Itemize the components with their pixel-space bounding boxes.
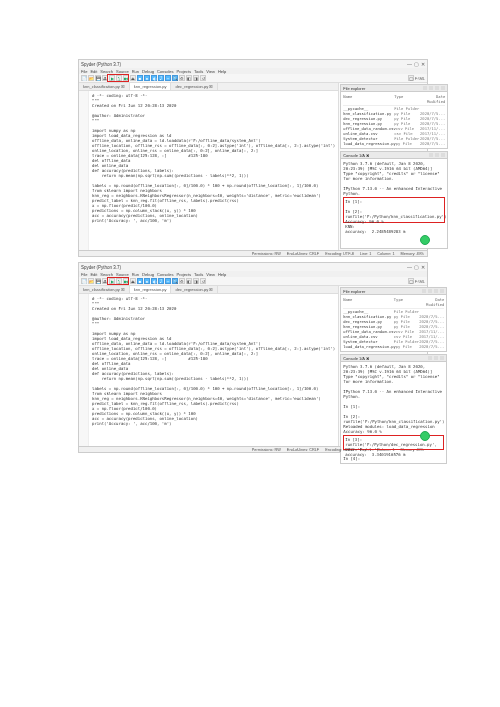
run-selection-icon[interactable]: ⏏	[130, 278, 136, 284]
minimize-icon[interactable]: —	[407, 62, 411, 66]
kite-indicator[interactable]	[420, 235, 430, 245]
menu-file[interactable]: File	[81, 272, 87, 277]
menu-tools[interactable]: Tools	[194, 272, 203, 277]
save-all-icon[interactable]: 🖶	[102, 75, 108, 81]
back-icon[interactable]: ↺	[200, 278, 206, 284]
open-file-icon[interactable]: 📂	[88, 75, 94, 81]
menu-consoles[interactable]: Consoles	[157, 272, 174, 277]
console-menu-icon[interactable]	[440, 356, 444, 360]
menu-source[interactable]: Source	[116, 272, 129, 277]
code-editor[interactable]: # -*- coding: utf-8 -*- """ Created on F…	[89, 294, 338, 446]
tab-dec-regression[interactable]: dec_regression.py ☒	[171, 286, 218, 293]
fe-icon4[interactable]	[441, 86, 445, 90]
console-body[interactable]: Python 3.7.6 (default, Jan 8 2020, 20:23…	[341, 159, 447, 248]
stop-icon[interactable]: 🔍	[172, 278, 178, 284]
open-file-icon[interactable]: 📂	[88, 278, 94, 284]
debug-icon[interactable]: ■	[137, 75, 143, 81]
working-dir[interactable]: F:\ML	[415, 76, 425, 81]
run-cell-advance-icon[interactable]: ⏭	[123, 75, 129, 81]
continue-icon[interactable]: ↔	[165, 278, 171, 284]
menu-view[interactable]: View	[206, 272, 215, 277]
menu-debug[interactable]: Debug	[142, 272, 154, 277]
menu-debug[interactable]: Debug	[142, 69, 154, 74]
new-file-icon[interactable]: 📄	[81, 75, 87, 81]
save-icon[interactable]: 💾	[95, 278, 101, 284]
run-icon[interactable]: ▶	[109, 278, 115, 284]
fe-icon4[interactable]	[440, 289, 444, 293]
step-out-icon[interactable]: ⤴	[158, 278, 164, 284]
console-body[interactable]: Python 3.7.6 (default, Jan 8 2020, 20:23…	[341, 362, 446, 463]
fe-icon1[interactable]	[422, 289, 426, 293]
menu-consoles[interactable]: Consoles	[157, 69, 174, 74]
python-path-icon[interactable]: ◯	[408, 75, 414, 81]
minimize-icon[interactable]: —	[407, 265, 411, 269]
console-stop-icon[interactable]	[434, 356, 438, 360]
step-into-icon[interactable]: ◐	[151, 75, 157, 81]
console-menu-icon[interactable]	[441, 153, 445, 157]
run-cell-icon[interactable]: ⤵	[116, 75, 122, 81]
stop-icon[interactable]: 🔍	[172, 75, 178, 81]
save-all-icon[interactable]: 🖶	[102, 278, 108, 284]
save-icon[interactable]: 💾	[95, 75, 101, 81]
menu-search[interactable]: Search	[100, 272, 113, 277]
layout-icon[interactable]: ◧	[186, 278, 192, 284]
step-out-icon[interactable]: ⤴	[158, 75, 164, 81]
debug-icon[interactable]: ■	[137, 278, 143, 284]
console-opt-icon[interactable]	[428, 356, 432, 360]
step-icon[interactable]: ●	[144, 278, 150, 284]
menu-search[interactable]: Search	[100, 69, 113, 74]
menu-projects[interactable]: Projects	[177, 272, 191, 277]
run-icon[interactable]: ▶	[109, 75, 115, 81]
menu-file[interactable]: File	[81, 69, 87, 74]
menu-source[interactable]: Source	[116, 69, 129, 74]
col-type[interactable]: Type	[394, 94, 420, 104]
fe-icon2[interactable]	[429, 86, 433, 90]
console-stop-icon[interactable]	[435, 153, 439, 157]
menu-run[interactable]: Run	[132, 69, 139, 74]
max-icon[interactable]: ⚙	[179, 75, 185, 81]
fe-icon2[interactable]	[428, 289, 432, 293]
menu-tools[interactable]: Tools	[194, 69, 203, 74]
fe-icon1[interactable]	[423, 86, 427, 90]
continue-icon[interactable]: ↔	[165, 75, 171, 81]
menu-help[interactable]: Help	[218, 69, 226, 74]
step-icon[interactable]: ●	[144, 75, 150, 81]
close-icon[interactable]: ✕	[421, 62, 425, 66]
python-path-icon[interactable]: ◯	[408, 278, 414, 284]
col-type[interactable]: Type	[394, 297, 419, 307]
console-tab[interactable]: Console 1/A ✖	[343, 153, 369, 158]
working-dir[interactable]: F:\ML	[415, 279, 425, 284]
code-editor[interactable]: # -*- coding: utf-8 -*- """ Created on F…	[89, 91, 338, 250]
fe-icon3[interactable]	[434, 289, 438, 293]
col-date[interactable]: Date Modified	[419, 297, 444, 307]
maximize-icon[interactable]: ▢	[414, 265, 418, 269]
console-tab[interactable]: Console 1/A ✖	[343, 356, 369, 361]
run-selection-icon[interactable]: ⏏	[130, 75, 136, 81]
tab-knn-classification[interactable]: knn_classification.py ☒	[79, 83, 130, 90]
run-cell-icon[interactable]: ⤵	[116, 278, 122, 284]
tab-knn-regression[interactable]: knn_regression.py	[130, 286, 172, 293]
fe-icon3[interactable]	[435, 86, 439, 90]
layout2-icon[interactable]: ◨	[193, 75, 199, 81]
menu-edit[interactable]: Edit	[90, 272, 97, 277]
col-name[interactable]: Name	[343, 94, 394, 104]
run-cell-advance-icon[interactable]: ⏭	[123, 278, 129, 284]
tab-dec-regression[interactable]: dec_regression.py ☒	[171, 83, 218, 90]
tab-knn-classification[interactable]: knn_classification.py ☒	[79, 286, 130, 293]
col-name[interactable]: Name	[343, 297, 394, 307]
tab-knn-regression[interactable]: knn_regression.py	[130, 83, 172, 90]
max-icon[interactable]: ⚙	[179, 278, 185, 284]
layout2-icon[interactable]: ◨	[193, 278, 199, 284]
menu-run[interactable]: Run	[132, 272, 139, 277]
close-icon[interactable]: ✕	[421, 265, 425, 269]
menu-projects[interactable]: Projects	[177, 69, 191, 74]
layout-icon[interactable]: ◧	[186, 75, 192, 81]
menu-view[interactable]: View	[206, 69, 215, 74]
menu-help[interactable]: Help	[218, 272, 226, 277]
back-icon[interactable]: ↺	[200, 75, 206, 81]
new-file-icon[interactable]: 📄	[81, 278, 87, 284]
menu-edit[interactable]: Edit	[90, 69, 97, 74]
console-opt-icon[interactable]	[429, 153, 433, 157]
step-into-icon[interactable]: ◐	[151, 278, 157, 284]
col-date[interactable]: Date Modified	[420, 94, 446, 104]
